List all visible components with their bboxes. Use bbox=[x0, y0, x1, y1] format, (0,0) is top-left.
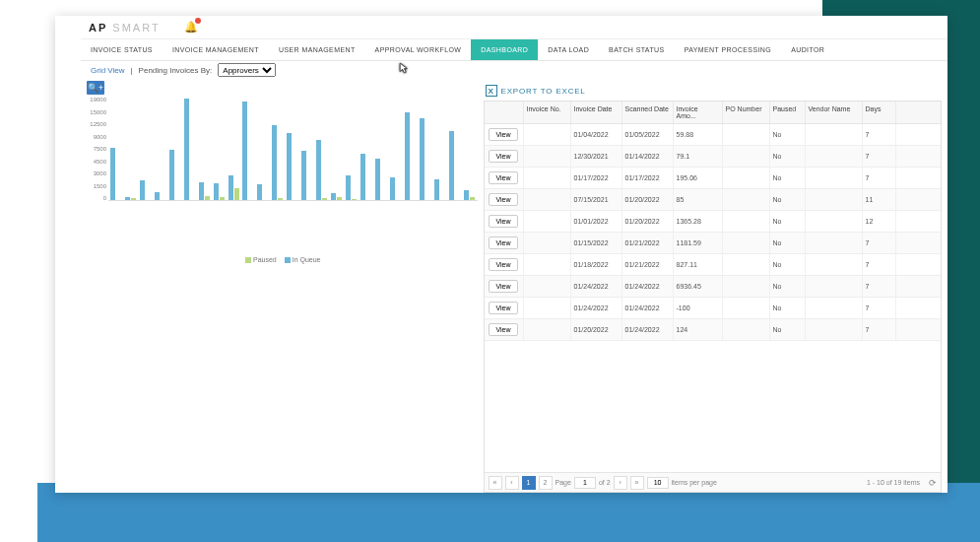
in-queue-bar bbox=[140, 180, 145, 200]
view-button[interactable]: View bbox=[489, 302, 517, 314]
cell bbox=[806, 298, 863, 318]
invoices-grid: Invoice No.Invoice DateScanned DateInvoi… bbox=[484, 101, 942, 493]
menu-item[interactable]: INVOICE STATUS bbox=[81, 39, 163, 60]
filter-select[interactable]: Approvers bbox=[218, 63, 276, 77]
column-header[interactable]: Invoice Date bbox=[571, 102, 622, 123]
menu-item[interactable]: AUDITOR bbox=[781, 39, 834, 60]
column-header[interactable]: Days bbox=[863, 102, 896, 123]
cell: No bbox=[770, 146, 806, 167]
cell: No bbox=[770, 189, 806, 210]
pager-last-button[interactable]: » bbox=[630, 476, 644, 490]
menu-item[interactable]: DASHBOARD bbox=[471, 39, 538, 60]
cell bbox=[723, 146, 770, 167]
cell: 01/24/2022 bbox=[622, 276, 674, 297]
grid-view-link[interactable]: Grid View bbox=[91, 66, 125, 75]
cell: 7 bbox=[863, 254, 896, 275]
in-queue-bar bbox=[360, 154, 365, 200]
menu-item[interactable]: INVOICE MANAGEMENT bbox=[163, 39, 269, 60]
view-button[interactable]: View bbox=[489, 150, 517, 163]
cell bbox=[524, 189, 571, 210]
in-queue-bar bbox=[272, 125, 277, 200]
bar-group bbox=[140, 180, 152, 200]
cell bbox=[806, 254, 863, 275]
bar-group bbox=[214, 183, 226, 200]
menu-item[interactable]: DATA LOAD bbox=[538, 39, 599, 60]
refresh-icon[interactable]: ⟳ bbox=[929, 478, 937, 488]
column-header[interactable]: Invoice No. bbox=[524, 102, 571, 123]
bar-group bbox=[184, 99, 196, 200]
pager-page-2[interactable]: 2 bbox=[539, 476, 553, 490]
cell: 01/20/2022 bbox=[571, 319, 622, 340]
cell: 1181.59 bbox=[674, 233, 723, 253]
cell bbox=[524, 319, 571, 340]
export-to-excel-button[interactable]: X EXPORT TO EXCEL bbox=[484, 81, 942, 101]
table-row: View01/24/202201/24/20226936.45No7 bbox=[485, 276, 941, 298]
view-button[interactable]: View bbox=[489, 171, 517, 184]
in-queue-bar bbox=[214, 183, 219, 200]
bar-group bbox=[346, 175, 358, 200]
cell: 07/15/2021 bbox=[571, 189, 622, 210]
cell: 11 bbox=[863, 189, 896, 210]
view-button[interactable]: View bbox=[489, 323, 517, 336]
column-header[interactable]: Vendor Name bbox=[806, 102, 863, 123]
column-header[interactable]: Scanned Date bbox=[622, 102, 674, 123]
menu-item[interactable]: USER MANAGEMENT bbox=[269, 39, 365, 60]
paused-bar bbox=[337, 197, 342, 200]
column-header[interactable]: Invoice Amo... bbox=[674, 102, 723, 123]
bar-group bbox=[375, 159, 387, 200]
cell bbox=[806, 276, 863, 297]
pager-first-button[interactable]: « bbox=[489, 476, 502, 490]
cell bbox=[723, 254, 770, 275]
menu-item[interactable]: PAYMENT PROCESSING bbox=[675, 39, 782, 60]
bar-group bbox=[434, 179, 446, 200]
cell: 01/24/2022 bbox=[622, 298, 674, 318]
cell bbox=[806, 168, 863, 188]
column-header[interactable]: PO Number bbox=[723, 102, 770, 123]
cell: No bbox=[770, 124, 806, 145]
cell: -100 bbox=[674, 298, 723, 318]
cell bbox=[723, 189, 770, 210]
view-button[interactable]: View bbox=[489, 237, 517, 249]
cell: 01/21/2022 bbox=[622, 254, 674, 275]
pager-page-1[interactable]: 1 bbox=[522, 476, 536, 490]
bar-group bbox=[125, 197, 137, 200]
cell: 827.11 bbox=[674, 254, 723, 275]
search-icon[interactable]: 🔍+ bbox=[87, 81, 104, 95]
view-button[interactable]: View bbox=[489, 258, 517, 271]
in-queue-bar bbox=[331, 193, 336, 200]
bar-group bbox=[420, 118, 431, 200]
column-header[interactable] bbox=[485, 102, 524, 123]
divider: | bbox=[131, 66, 133, 75]
cell bbox=[723, 168, 770, 188]
menu-item[interactable]: BATCH STATUS bbox=[599, 39, 675, 60]
cell: 01/17/2022 bbox=[571, 168, 622, 188]
notification-bell-icon[interactable]: 🔔 bbox=[184, 21, 198, 34]
bar-group bbox=[316, 140, 328, 200]
in-queue-bar bbox=[184, 99, 189, 200]
table-row: View01/17/202201/17/2022195.06No7 bbox=[485, 168, 941, 189]
main-menu: INVOICE STATUSINVOICE MANAGEMENTUSER MAN… bbox=[81, 39, 947, 61]
column-header[interactable]: Paused bbox=[770, 102, 806, 123]
pager-size-input[interactable] bbox=[647, 477, 669, 489]
cell: 7 bbox=[863, 298, 896, 318]
pager-prev-button[interactable]: ‹ bbox=[505, 476, 519, 490]
view-button[interactable]: View bbox=[489, 215, 517, 228]
pager-page-input[interactable] bbox=[574, 477, 596, 489]
cell: 195.06 bbox=[674, 168, 723, 188]
cell bbox=[524, 146, 571, 167]
in-queue-bar bbox=[169, 150, 174, 200]
bar-group bbox=[405, 112, 417, 200]
menu-item[interactable]: APPROVAL WORKFLOW bbox=[365, 39, 472, 60]
cell: 01/14/2022 bbox=[622, 146, 674, 167]
table-row: View01/24/202201/24/2022-100No7 bbox=[485, 298, 941, 319]
bar-group bbox=[110, 148, 122, 200]
cell: 79.1 bbox=[674, 146, 723, 167]
table-row: View01/04/202201/05/202259.88No7 bbox=[485, 124, 941, 146]
view-button[interactable]: View bbox=[489, 193, 517, 206]
cell bbox=[524, 233, 571, 253]
view-button[interactable]: View bbox=[489, 280, 517, 293]
pager-next-button[interactable]: › bbox=[614, 476, 627, 490]
view-button[interactable]: View bbox=[489, 128, 517, 141]
cell: 7 bbox=[863, 124, 896, 145]
cell: 7 bbox=[863, 233, 896, 253]
